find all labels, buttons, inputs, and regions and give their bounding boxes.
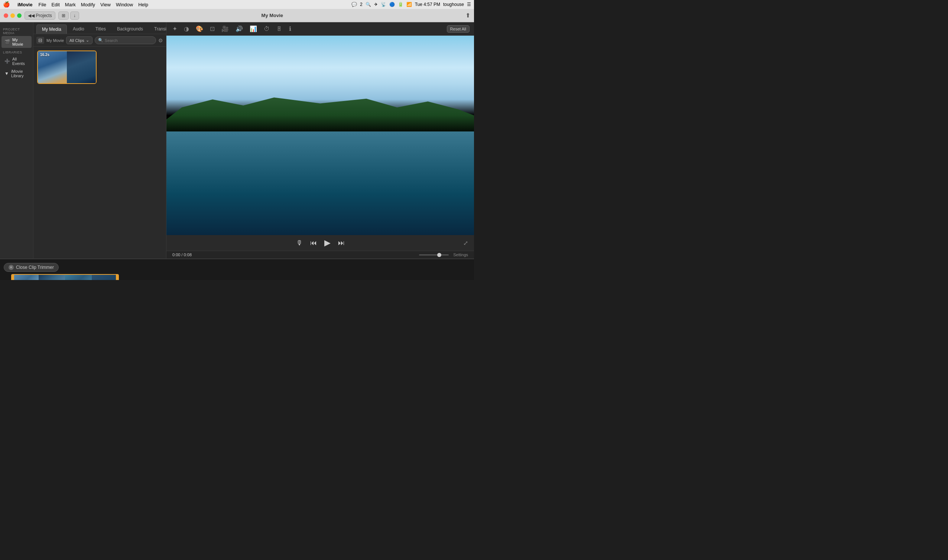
sidebar-item-all-events[interactable]: ➕ All Events — [2, 55, 32, 67]
crop-button[interactable]: ⊡ — [208, 25, 216, 33]
volume-track — [419, 254, 449, 255]
clip-thumb-right — [67, 51, 96, 83]
water-layer — [166, 131, 474, 235]
movie-icon: 🎬 — [5, 39, 10, 45]
menu-edit[interactable]: Edit — [51, 2, 59, 8]
window-title: My Movie — [82, 12, 462, 18]
stabilization-button[interactable]: 🎥 — [220, 25, 230, 33]
clips-area: 16.2s — [34, 47, 166, 258]
close-x-icon: ✕ — [9, 265, 14, 270]
main-content: PROJECT MEDIA 🎬 My Movie LIBRARIES ➕ All… — [0, 22, 474, 258]
sidebar-library-label: iMovie Library — [11, 69, 29, 78]
volume-thumb[interactable] — [437, 253, 441, 257]
menu-file[interactable]: File — [38, 2, 46, 8]
sidebar-all-events-label: All Events — [12, 57, 29, 66]
reset-all-button[interactable]: Reset All — [447, 25, 469, 33]
clock: Tue 4:57 PM — [415, 2, 440, 7]
skip-back-button[interactable]: ⏮ — [310, 239, 317, 247]
menu-help[interactable]: Help — [138, 2, 148, 8]
sidebar-item-my-movie[interactable]: 🎬 My Movie — [2, 36, 32, 48]
browser-toolbar: ⊟ My Movie All Clips ⌄ 🔍 ⚙ — [34, 34, 166, 47]
apple-icon: 🍎 — [3, 1, 10, 8]
project-media-label: PROJECT MEDIA — [0, 25, 33, 35]
browser-path: My Movie — [46, 38, 64, 43]
share-button[interactable]: ⬆ — [465, 12, 470, 19]
username: toughouse — [443, 2, 464, 7]
playback-controls: 🎙 ⏮ ▶ ⏭ ⤢ — [166, 235, 474, 251]
total-time: 0:08 — [184, 252, 192, 257]
microphone-button[interactable]: 🎙 — [296, 239, 303, 247]
magic-wand-button[interactable]: ✦ — [171, 25, 179, 33]
chevron-icon: ⌄ — [86, 38, 89, 43]
clip-item[interactable]: 16.2s — [37, 51, 97, 84]
speed-button[interactable]: ⏱ — [262, 25, 271, 33]
close-clip-trimmer-button[interactable]: ✕ Close Clip Trimmer — [4, 263, 59, 272]
bluetooth-icon: 🔵 — [389, 2, 395, 7]
trim-handle-right[interactable] — [116, 275, 118, 280]
import-button[interactable]: ↓ — [70, 12, 79, 20]
layout-toggle-button[interactable]: ⊟ — [36, 37, 44, 44]
browser-settings-button[interactable]: ⚙ — [158, 37, 163, 43]
maximize-button[interactable] — [17, 13, 22, 18]
clips-select-label: All Clips — [69, 38, 84, 43]
time-current: 0:00 / 0:08 — [172, 252, 192, 257]
menu-window[interactable]: Window — [116, 2, 133, 8]
browser-panel: My Media Audio Titles Backgrounds Transi… — [34, 22, 166, 258]
search-box[interactable]: 🔍 — [95, 36, 156, 44]
trim-handle-left[interactable] — [12, 275, 14, 280]
menu-modify[interactable]: Modify — [81, 2, 95, 8]
menubar: 🍎 iMovie File Edit Mark Modify View Wind… — [0, 0, 474, 9]
clip-frame-1 — [12, 275, 38, 280]
control-center-icon[interactable]: ☰ — [467, 2, 471, 7]
notification-count: 2 — [360, 2, 363, 7]
wechat-icon: 💬 — [351, 2, 357, 7]
audio-enhance-button[interactable]: 📊 — [248, 25, 259, 33]
color-balance-button[interactable]: ◑ — [182, 25, 191, 33]
clip-frame-3 — [65, 275, 92, 280]
grid-view-button[interactable]: ⊞ — [58, 12, 69, 20]
search-icon[interactable]: 🔍 — [366, 2, 371, 7]
mail-icon: ✈ — [374, 2, 378, 7]
play-button[interactable]: ▶ — [324, 238, 331, 248]
viewer-toolbar: ✦ ◑ 🎨 ⊡ 🎥 🔊 📊 ⏱ 🎚 ℹ Reset All — [166, 22, 474, 35]
noise-reduction-button[interactable]: 🎚 — [275, 25, 284, 33]
volume-slider[interactable] — [419, 254, 449, 255]
folder-icon: ▼ — [5, 71, 9, 76]
wifi-icon: 📶 — [406, 2, 412, 7]
tab-my-media[interactable]: My Media — [36, 25, 67, 34]
sidebar-my-movie-label: My Movie — [12, 37, 29, 46]
clips-select[interactable]: All Clips ⌄ — [66, 36, 92, 44]
menu-view[interactable]: View — [100, 2, 111, 8]
clip-frame-4 — [92, 275, 119, 280]
close-button[interactable] — [4, 13, 8, 18]
menu-mark[interactable]: Mark — [65, 2, 76, 8]
app-name[interactable]: iMovie — [17, 2, 32, 8]
battery-icon: 🔋 — [398, 2, 403, 7]
projects-button[interactable]: ◀ ◀ Projects — [25, 12, 55, 20]
sidebar: PROJECT MEDIA 🎬 My Movie LIBRARIES ➕ All… — [0, 22, 34, 258]
clip-trimmer-area — [11, 274, 463, 280]
sidebar-item-imovie-library[interactable]: ▼ iMovie Library — [2, 68, 32, 80]
airdrop-icon: 📡 — [381, 2, 386, 7]
search-input[interactable] — [105, 38, 153, 43]
clip-info-button[interactable]: ℹ — [288, 25, 293, 33]
skip-forward-button[interactable]: ⏭ — [338, 239, 345, 247]
traffic-lights — [4, 13, 22, 18]
settings-link[interactable]: Settings — [453, 252, 468, 257]
clip-trimmer-section: ✕ Close Clip Trimmer — [0, 258, 474, 280]
timeline-bar: 0:00 / 0:08 Settings — [166, 251, 474, 258]
back-arrow-icon: ◀ — [28, 13, 31, 18]
close-trimmer-label: Close Clip Trimmer — [16, 265, 54, 270]
clip-duration: 16.2s — [40, 53, 49, 57]
clip-strip — [11, 274, 119, 280]
color-adjust-button[interactable]: 🎨 — [194, 25, 205, 33]
projects-label: ◀ Projects — [31, 13, 52, 18]
tab-backgrounds[interactable]: Backgrounds — [112, 25, 148, 34]
tab-titles[interactable]: Titles — [90, 25, 111, 34]
titlebar: ◀ ◀ Projects ⊞ ↓ My Movie ⬆ — [0, 9, 474, 22]
volume-button[interactable]: 🔊 — [234, 25, 245, 33]
libraries-label: LIBRARIES — [0, 48, 33, 55]
minimize-button[interactable] — [11, 13, 15, 18]
tab-audio[interactable]: Audio — [68, 25, 89, 34]
fullscreen-button[interactable]: ⤢ — [463, 240, 468, 246]
